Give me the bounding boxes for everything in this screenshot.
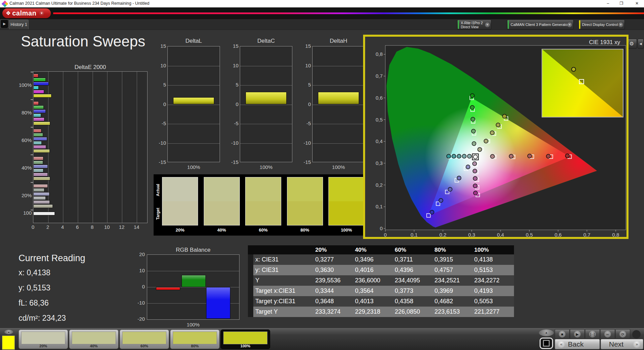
footer-bar: ▲ 20%40%60%80%100% ▲ ■▶[··]∞⟳ « Back Nex…: [0, 328, 644, 350]
cie-measured-point: [503, 114, 507, 118]
transport-play-icon: ▶: [574, 331, 581, 338]
axis-tick: [31, 182, 33, 183]
deltae-bar: [33, 149, 50, 153]
transport-pattern-window-button[interactable]: [··]: [585, 329, 600, 339]
deltae-bar: [33, 188, 44, 192]
cie-measured-point: [430, 210, 434, 214]
deltae-bar: [33, 94, 52, 98]
cie-measured-point: [466, 165, 470, 169]
cie-measured-point: [462, 154, 466, 158]
table-row-label: Target y:CIE31: [253, 296, 315, 307]
table-row: Y239,5536236,6000234,4095234,2521234,227…: [248, 275, 514, 286]
rgb-y-tick: -10: [132, 300, 145, 306]
svg-text:0,4: 0,4: [376, 138, 383, 144]
swatch-column: [162, 177, 198, 225]
sample-button-20%[interactable]: 20%: [19, 329, 68, 349]
swatch-label: 80%: [287, 228, 323, 233]
transport-continuous-button[interactable]: ∞: [600, 329, 615, 339]
delta-y-tick: 5: [226, 82, 238, 88]
back-button[interactable]: « Back: [555, 339, 600, 349]
window-title: Calman 2021 Calman Ultimate for Business…: [9, 1, 149, 6]
table-cell: 236,6000: [355, 275, 395, 286]
transport-stop-icon: ■: [559, 331, 566, 338]
svg-text:0,5: 0,5: [526, 232, 533, 238]
sample-button-80%[interactable]: 80%: [170, 329, 220, 349]
deltae-bar: [33, 129, 41, 133]
table-cell: 0,3648: [315, 296, 355, 307]
sample-button-100%[interactable]: 100%: [221, 329, 270, 349]
rgb-bar-green: [182, 275, 206, 287]
cie-measured-point: [472, 129, 476, 133]
rgb-bar-red: [156, 287, 180, 290]
deltae-bar: [33, 196, 46, 200]
deltae-bar: [33, 212, 55, 215]
grid-line: [93, 72, 93, 223]
sample-label: 100%: [221, 344, 270, 348]
close-button[interactable]: ✕: [631, 0, 643, 7]
transport-loop-button[interactable]: ⟳: [615, 329, 630, 339]
cie-measured-point: [448, 187, 452, 191]
inset-target-point: [579, 79, 584, 84]
cie-measured-point: [473, 176, 477, 180]
table-row: Target y:CIE310,36480,40130,43580,46820,…: [248, 296, 514, 307]
deltae-x-tick: 4: [59, 224, 67, 230]
transport-stop-button[interactable]: ■: [555, 329, 570, 339]
deltae-bar: [33, 204, 53, 208]
tab-history-1[interactable]: History 1: [9, 20, 29, 29]
grid-line: [240, 124, 292, 124]
delta-chart: [312, 46, 365, 162]
table-cell: 0,3344: [315, 286, 355, 296]
calman-menu-button[interactable]: ❖ calman ▼: [2, 8, 51, 18]
deltae-x-tick: 2: [44, 224, 52, 230]
sample-button-60%[interactable]: 60%: [120, 329, 169, 349]
chevron-up-icon[interactable]: ▲: [4, 330, 13, 334]
delta-y-tick: 15: [153, 43, 166, 49]
table-cell: 234,4095: [395, 275, 434, 286]
restore-button[interactable]: ❐: [615, 0, 628, 7]
svg-text:0,4: 0,4: [497, 232, 504, 238]
sample-button-40%[interactable]: 40%: [69, 329, 119, 349]
svg-text:0,7: 0,7: [376, 73, 383, 79]
delta-y-tick: 10: [298, 63, 311, 68]
minimize-button[interactable]: –: [602, 0, 614, 7]
delta-chart-title: DeltaH: [312, 38, 365, 44]
table-header-cell: 20%: [315, 245, 355, 254]
table-cell: 239,5536: [315, 275, 355, 286]
swatch-label: 100%: [328, 228, 364, 233]
meter-dropdown[interactable]: X-Rite i1Pro 2 Direct View ▼: [457, 20, 491, 30]
cie-measured-point: [490, 154, 494, 159]
cie-zoom-inset: [542, 49, 623, 117]
target-row-label: Target: [156, 203, 160, 225]
table-cell: 229,2318: [355, 307, 395, 317]
svg-text:0,3: 0,3: [376, 160, 383, 166]
stop-icon: [544, 341, 549, 346]
stop-large-button[interactable]: [540, 338, 553, 349]
delta-chart: [167, 46, 220, 162]
pattern-generator-dropdown[interactable]: CalMAN Client 3 Pattern Generator ▼: [507, 20, 574, 30]
delta-x-label: 100%: [240, 164, 292, 170]
rgb-x-label: 100%: [147, 322, 239, 327]
table-cell: 0,4193: [474, 286, 514, 296]
grid-line: [313, 124, 364, 124]
next-button[interactable]: Next »: [601, 339, 643, 349]
cie-measured-point: [478, 147, 482, 151]
swatch-column: [245, 177, 281, 225]
svg-text:0,2: 0,2: [376, 182, 383, 188]
next-label: Next: [609, 340, 623, 348]
display-control-dropdown[interactable]: Direct Display Control ▼: [578, 20, 625, 30]
transport-play-button[interactable]: ▶: [570, 329, 585, 339]
tab-scroll-button[interactable]: ▶: [1, 20, 8, 28]
deltae-bar: [33, 192, 50, 196]
transport-pattern-window-icon: [··]: [589, 331, 596, 338]
cie-measured-point: [473, 184, 477, 188]
cie-1931-panel: CIE 1931 xy 00,10,20,30,40,50,60,70,800,…: [363, 35, 629, 239]
deltae-bar: [33, 156, 43, 160]
table-row: x: CIE310,32770,34960,37110,39150,4138: [248, 254, 514, 265]
swatch-label: 60%: [245, 228, 281, 233]
cie-measured-point: [509, 154, 513, 158]
delta-y-tick: -15: [226, 159, 238, 165]
table-row: Target Y233,3274229,2318226,0850223,6153…: [248, 307, 514, 317]
chevron-up-icon[interactable]: ▲: [539, 329, 554, 336]
sample-label: 80%: [170, 344, 219, 348]
deltae-group-label: 100%: [13, 82, 32, 88]
